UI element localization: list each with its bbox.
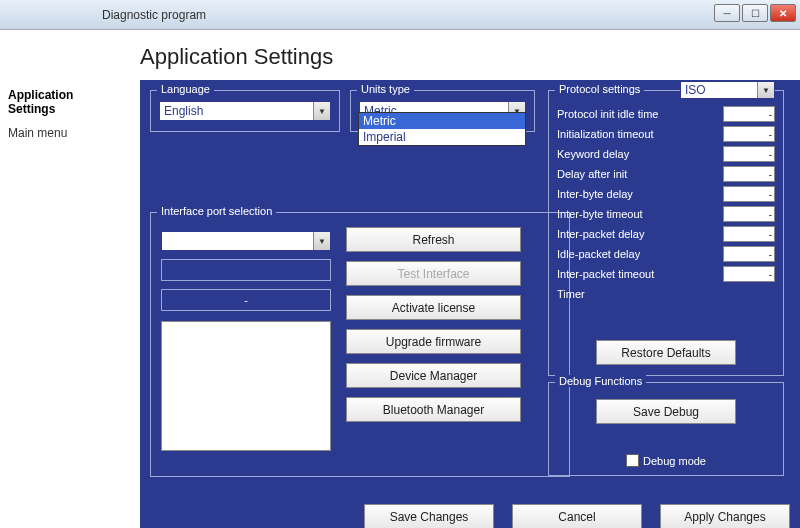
activate-license-button[interactable]: Activate license bbox=[346, 295, 521, 320]
restore-defaults-button[interactable]: Restore Defaults bbox=[596, 340, 736, 365]
language-select[interactable]: English ▼ bbox=[159, 101, 331, 121]
port-list[interactable] bbox=[161, 321, 331, 451]
page-title: Application Settings bbox=[140, 44, 800, 70]
port-dash-box: - bbox=[161, 289, 331, 311]
proto-label: Inter-byte delay bbox=[557, 188, 723, 200]
protocol-fieldset: Protocol settings ISO ▼ Protocol init id… bbox=[548, 90, 784, 376]
proto-idle-packet-delay-input[interactable] bbox=[723, 246, 775, 262]
bluetooth-manager-button[interactable]: Bluetooth Manager bbox=[346, 397, 521, 422]
debug-fieldset: Debug Functions Save Debug Debug mode bbox=[548, 382, 784, 476]
proto-label: Timer bbox=[557, 288, 775, 300]
proto-interpacket-timeout-input[interactable] bbox=[723, 266, 775, 282]
apply-changes-button[interactable]: Apply Changes bbox=[660, 504, 790, 528]
save-debug-button[interactable]: Save Debug bbox=[596, 399, 736, 424]
proto-label: Inter-byte timeout bbox=[557, 208, 723, 220]
chevron-down-icon: ▼ bbox=[313, 102, 330, 120]
proto-keyword-delay-input[interactable] bbox=[723, 146, 775, 162]
header: Application Settings bbox=[0, 30, 800, 80]
minimize-button[interactable]: ─ bbox=[714, 4, 740, 22]
language-fieldset: Language English ▼ bbox=[150, 90, 340, 132]
window-title: Diagnostic program bbox=[102, 8, 206, 22]
titlebar: Diagnostic program ─ ☐ ✕ bbox=[0, 0, 800, 30]
chevron-down-icon: ▼ bbox=[313, 232, 330, 250]
units-dropdown: Metric Imperial bbox=[358, 112, 526, 146]
port-select[interactable]: ▼ bbox=[161, 231, 331, 251]
nav-application-settings[interactable]: ApplicationSettings bbox=[8, 86, 132, 118]
proto-label: Inter-packet delay bbox=[557, 228, 723, 240]
units-option-imperial[interactable]: Imperial bbox=[359, 129, 525, 145]
proto-label: Keyword delay bbox=[557, 148, 723, 160]
proto-label: Initialization timeout bbox=[557, 128, 723, 140]
test-interface-button[interactable]: Test Interface bbox=[346, 261, 521, 286]
proto-interbyte-delay-input[interactable] bbox=[723, 186, 775, 202]
refresh-button[interactable]: Refresh bbox=[346, 227, 521, 252]
proto-label: Delay after init bbox=[557, 168, 723, 180]
nav-main-menu[interactable]: Main menu bbox=[8, 124, 132, 142]
proto-init-timeout-input[interactable] bbox=[723, 126, 775, 142]
proto-interbyte-timeout-input[interactable] bbox=[723, 206, 775, 222]
proto-delay-after-init-input[interactable] bbox=[723, 166, 775, 182]
interface-port-fieldset: Interface port selection ▼ - Refresh Tes… bbox=[150, 212, 570, 477]
units-option-metric[interactable]: Metric bbox=[359, 113, 525, 129]
port-legend: Interface port selection bbox=[157, 205, 276, 217]
debug-mode-checkbox[interactable] bbox=[626, 454, 639, 467]
device-manager-button[interactable]: Device Manager bbox=[346, 363, 521, 388]
language-legend: Language bbox=[157, 83, 214, 95]
units-legend: Units type bbox=[357, 83, 414, 95]
proto-label: Protocol init idle time bbox=[557, 108, 723, 120]
save-changes-button[interactable]: Save Changes bbox=[364, 504, 494, 528]
protocol-select[interactable]: ISO ▼ bbox=[680, 81, 775, 99]
debug-mode-label: Debug mode bbox=[643, 455, 706, 467]
language-value: English bbox=[164, 104, 203, 118]
upgrade-firmware-button[interactable]: Upgrade firmware bbox=[346, 329, 521, 354]
window-controls: ─ ☐ ✕ bbox=[714, 4, 796, 22]
proto-label: Idle-packet delay bbox=[557, 248, 723, 260]
proto-label: Inter-packet timeout bbox=[557, 268, 723, 280]
debug-legend: Debug Functions bbox=[555, 375, 646, 387]
protocol-legend: Protocol settings bbox=[555, 83, 644, 95]
port-status-box bbox=[161, 259, 331, 281]
close-button[interactable]: ✕ bbox=[770, 4, 796, 22]
cancel-button[interactable]: Cancel bbox=[512, 504, 642, 528]
main-panel: Language English ▼ Units type Metric ▼ M… bbox=[140, 80, 800, 528]
sidebar: ApplicationSettings Main menu bbox=[0, 80, 140, 528]
proto-interpacket-delay-input[interactable] bbox=[723, 226, 775, 242]
protocol-value: ISO bbox=[685, 83, 706, 97]
footer-buttons: Save Changes Cancel Apply Changes bbox=[364, 504, 790, 528]
chevron-down-icon: ▼ bbox=[757, 82, 774, 98]
maximize-button[interactable]: ☐ bbox=[742, 4, 768, 22]
proto-idle-time-input[interactable] bbox=[723, 106, 775, 122]
